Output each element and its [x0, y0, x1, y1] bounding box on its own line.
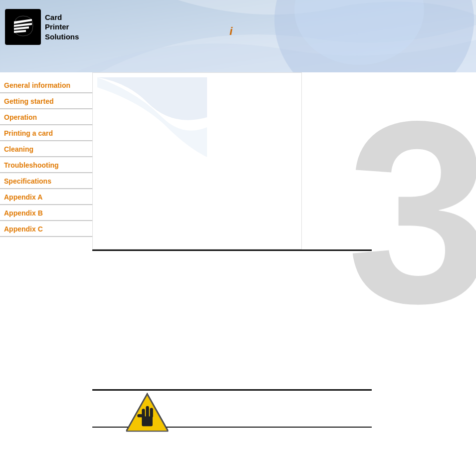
sidebar-item-appendix-b[interactable]: Appendix B [0, 205, 92, 221]
sidebar-link-appendix-b[interactable]: Appendix B [4, 209, 43, 217]
sidebar-item-general-information[interactable]: General information [0, 77, 92, 93]
divider-line-bottom [92, 389, 372, 391]
sidebar-item-printing-a-card[interactable]: Printing a card [0, 125, 92, 141]
sidebar-link-troubleshooting[interactable]: Troubleshooting [4, 161, 59, 169]
sidebar-item-appendix-a[interactable]: Appendix A [0, 189, 92, 205]
sidebar-link-cleaning[interactable]: Cleaning [4, 145, 33, 153]
sidebar-link-operation[interactable]: Operation [4, 113, 37, 121]
sidebar-nav: General informationGetting startedOperat… [0, 72, 92, 476]
sidebar-item-troubleshooting[interactable]: Troubleshooting [0, 157, 92, 173]
svg-rect-13 [146, 406, 149, 418]
company-logo: Card Printer Solutions [5, 9, 79, 45]
sidebar-item-getting-started[interactable]: Getting started [0, 93, 92, 109]
card-curve-decoration [97, 77, 207, 157]
divider-line-top [92, 249, 372, 251]
page-header: Card Printer Solutions i [0, 0, 476, 72]
svg-rect-14 [150, 408, 153, 418]
sidebar-link-specifications[interactable]: Specifications [4, 177, 51, 185]
zebra-logo-icon [10, 14, 36, 40]
sidebar-item-appendix-c[interactable]: Appendix C [0, 221, 92, 237]
sidebar-link-appendix-a[interactable]: Appendix A [4, 193, 42, 201]
sidebar-link-appendix-c[interactable]: Appendix C [4, 225, 43, 233]
warning-triangle-icon [125, 392, 170, 437]
company-name: Card Printer Solutions [45, 12, 79, 42]
zebra-logo-box [5, 9, 41, 45]
sidebar-item-cleaning[interactable]: Cleaning [0, 141, 92, 157]
sidebar-link-general-information[interactable]: General information [4, 81, 70, 89]
main-content: 3 [92, 72, 476, 476]
chapter-number: 3 [347, 82, 476, 342]
sidebar-item-operation[interactable]: Operation [0, 109, 92, 125]
svg-rect-15 [137, 414, 143, 417]
main-layout: General informationGetting startedOperat… [0, 72, 476, 476]
sidebar-link-getting-started[interactable]: Getting started [4, 97, 54, 105]
sidebar-link-printing-a-card[interactable]: Printing a card [4, 129, 53, 137]
svg-rect-12 [142, 409, 145, 419]
info-icon: i [230, 25, 233, 38]
sidebar-item-specifications[interactable]: Specifications [0, 173, 92, 189]
